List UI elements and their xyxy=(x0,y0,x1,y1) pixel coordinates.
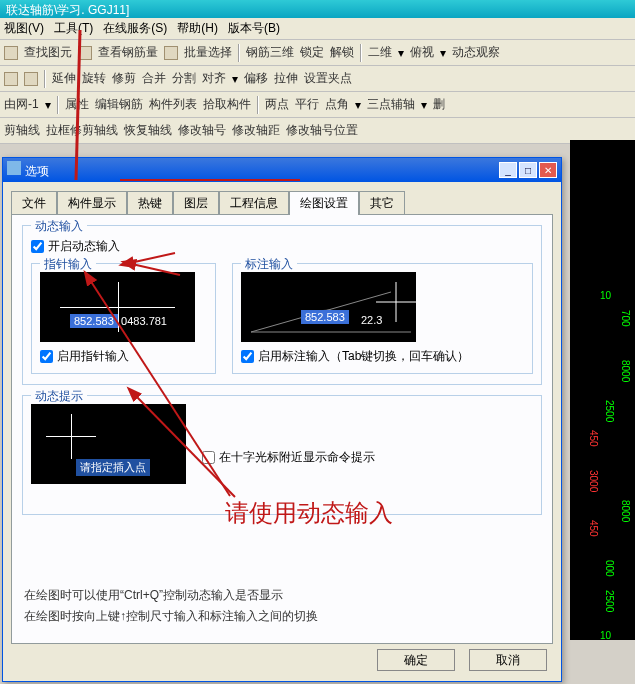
dialog-titlebar[interactable]: 选项 _ □ ✕ xyxy=(3,158,561,182)
tab-hotkey[interactable]: 热键 xyxy=(127,191,173,215)
tab-file[interactable]: 文件 xyxy=(11,191,57,215)
chk-ptr-box[interactable] xyxy=(40,350,53,363)
tb-trim[interactable]: 修剪 xyxy=(112,70,136,87)
rebar-icon[interactable] xyxy=(78,46,92,60)
close-button[interactable]: ✕ xyxy=(539,162,557,178)
crosshair-h2 xyxy=(46,436,96,437)
tab-other[interactable]: 其它 xyxy=(359,191,405,215)
chk-dim-box[interactable] xyxy=(241,350,254,363)
cancel-button[interactable]: 取消 xyxy=(469,649,547,671)
sep xyxy=(44,70,46,88)
tb-unlock[interactable]: 解锁 xyxy=(330,44,354,61)
chk-dim[interactable]: 启用标注输入（Tab键切换，回车确认） xyxy=(241,348,524,365)
tb-align[interactable]: 对齐 xyxy=(202,70,226,87)
menu-view[interactable]: 视图(V) xyxy=(4,20,44,37)
toolbar-3: 由网-1▾ 属性 编辑钢筋 构件列表 拾取构件 两点 平行 点角▾ 三点辅轴▾ … xyxy=(0,92,635,118)
hint-preview: 请指定插入点 xyxy=(31,404,186,484)
tb-restore[interactable]: 恢复轴线 xyxy=(124,122,172,139)
tb-boxcut[interactable]: 拉框修剪轴线 xyxy=(46,122,118,139)
ptr-val2: 0483.781 xyxy=(121,315,167,327)
tab-project[interactable]: 工程信息 xyxy=(219,191,289,215)
tb-3pt[interactable]: 三点辅轴 xyxy=(367,96,415,113)
chk-hint-label: 在十字光标附近显示命令提示 xyxy=(219,449,375,466)
tb-list[interactable]: 构件列表 xyxy=(149,96,197,113)
group-pointer-input: 指针输入 852.583 0483.781 启用指针输入 xyxy=(31,263,216,374)
tab-draw-settings[interactable]: 绘图设置 xyxy=(289,191,359,215)
dialog-title: 选项 xyxy=(25,164,49,178)
dim-f: 3000 xyxy=(588,470,599,492)
drawing-canvas[interactable]: 10 700 8000 2500 450 3000 8000 450 000 2… xyxy=(570,140,635,640)
tab-layer[interactable]: 图层 xyxy=(173,191,219,215)
hint-title: 动态提示 xyxy=(31,388,87,405)
tb-cutaxis[interactable]: 剪轴线 xyxy=(4,122,40,139)
toolbar-1: 查找图元 查看钢筋量 批量选择 钢筋三维 锁定 解锁 二维▾ 俯视▾ 动态观察 xyxy=(0,40,635,66)
tb-find[interactable]: 查找图元 xyxy=(24,44,72,61)
dim-j: 2500 xyxy=(604,590,615,612)
group-dynamic-input: 动态输入 开启动态输入 指针输入 852.583 0483.781 启用指针输入… xyxy=(22,225,542,385)
chk-hint-box[interactable] xyxy=(202,451,215,464)
tb-split[interactable]: 分割 xyxy=(172,70,196,87)
sep xyxy=(257,96,259,114)
menu-help[interactable]: 帮助(H) xyxy=(177,20,218,37)
tab-strip: 文件 构件显示 热键 图层 工程信息 绘图设置 其它 xyxy=(11,190,553,214)
find-icon[interactable] xyxy=(4,46,18,60)
tb-stretch[interactable]: 拉伸 xyxy=(274,70,298,87)
notes: 在绘图时可以使用“Ctrl+Q”控制动态输入是否显示 在绘图时按向上键↑控制尺寸… xyxy=(24,583,540,629)
undo-icon[interactable] xyxy=(4,72,18,86)
tb-rebar[interactable]: 查看钢筋量 xyxy=(98,44,158,61)
dim-preview: 852.583 22.3 xyxy=(241,272,416,342)
tb-offset[interactable]: 偏移 xyxy=(244,70,268,87)
sep xyxy=(360,44,362,62)
note1: 在绘图时可以使用“Ctrl+Q”控制动态输入是否显示 xyxy=(24,587,540,604)
chk-ptr-label: 启用指针输入 xyxy=(57,348,129,365)
tb-props[interactable]: 属性 xyxy=(65,96,89,113)
tb-lock[interactable]: 锁定 xyxy=(300,44,324,61)
tb-moddist[interactable]: 修改轴距 xyxy=(232,122,280,139)
tb-rotate[interactable]: 旋转 xyxy=(82,70,106,87)
annotation-text: 请使用动态输入 xyxy=(225,497,393,529)
dim-g: 8000 xyxy=(620,500,631,522)
redo-icon[interactable] xyxy=(24,72,38,86)
tb-batch[interactable]: 批量选择 xyxy=(184,44,232,61)
tb-2d[interactable]: 二维 xyxy=(368,44,392,61)
tb-merge[interactable]: 合并 xyxy=(142,70,166,87)
minimize-button[interactable]: _ xyxy=(499,162,517,178)
chk-hint[interactable]: 在十字光标附近显示命令提示 xyxy=(202,424,375,490)
tab-body: 动态输入 开启动态输入 指针输入 852.583 0483.781 启用指针输入… xyxy=(11,214,553,644)
dim-c: 8000 xyxy=(620,360,631,382)
tb-modpos[interactable]: 修改轴号位置 xyxy=(286,122,358,139)
chk-dim-label: 启用标注输入（Tab键切换，回车确认） xyxy=(258,348,469,365)
tb-pick[interactable]: 拾取构件 xyxy=(203,96,251,113)
ptr-title: 指针输入 xyxy=(40,256,96,273)
chk-open-dyn-box[interactable] xyxy=(31,240,44,253)
chk-ptr[interactable]: 启用指针输入 xyxy=(40,348,207,365)
ok-button[interactable]: 确定 xyxy=(377,649,455,671)
tb-grips[interactable]: 设置夹点 xyxy=(304,70,352,87)
maximize-button[interactable]: □ xyxy=(519,162,537,178)
batch-icon[interactable] xyxy=(164,46,178,60)
dialog-buttons: 确定 取消 xyxy=(377,649,547,671)
options-dialog: 选项 _ □ ✕ 文件 构件显示 热键 图层 工程信息 绘图设置 其它 动态输入… xyxy=(2,157,562,682)
tb-extend[interactable]: 延伸 xyxy=(52,70,76,87)
chk-open-dyn[interactable]: 开启动态输入 xyxy=(31,238,533,255)
menu-online[interactable]: 在线服务(S) xyxy=(103,20,167,37)
dim-e: 450 xyxy=(588,430,599,447)
sep xyxy=(238,44,240,62)
group-title-dyn: 动态输入 xyxy=(31,218,87,235)
net-label[interactable]: 由网-1 xyxy=(4,96,39,113)
tb-del[interactable]: 删 xyxy=(433,96,445,113)
menu-version[interactable]: 版本号(B) xyxy=(228,20,280,37)
menu-tools[interactable]: 工具(T) xyxy=(54,20,93,37)
tb-modnum[interactable]: 修改轴号 xyxy=(178,122,226,139)
tb-angle[interactable]: 点角 xyxy=(325,96,349,113)
tb-orbit[interactable]: 动态观察 xyxy=(452,44,500,61)
tb-edit[interactable]: 编辑钢筋 xyxy=(95,96,143,113)
group-dim-input: 标注输入 852.583 22.3 启用标注输入（Tab键切换，回车确认） xyxy=(232,263,533,374)
sep xyxy=(57,96,59,114)
tb-2pt[interactable]: 两点 xyxy=(265,96,289,113)
tab-display[interactable]: 构件显示 xyxy=(57,191,127,215)
menubar: 视图(V) 工具(T) 在线服务(S) 帮助(H) 版本号(B) xyxy=(0,18,635,40)
tb-3d[interactable]: 钢筋三维 xyxy=(246,44,294,61)
tb-top[interactable]: 俯视 xyxy=(410,44,434,61)
tb-parallel[interactable]: 平行 xyxy=(295,96,319,113)
